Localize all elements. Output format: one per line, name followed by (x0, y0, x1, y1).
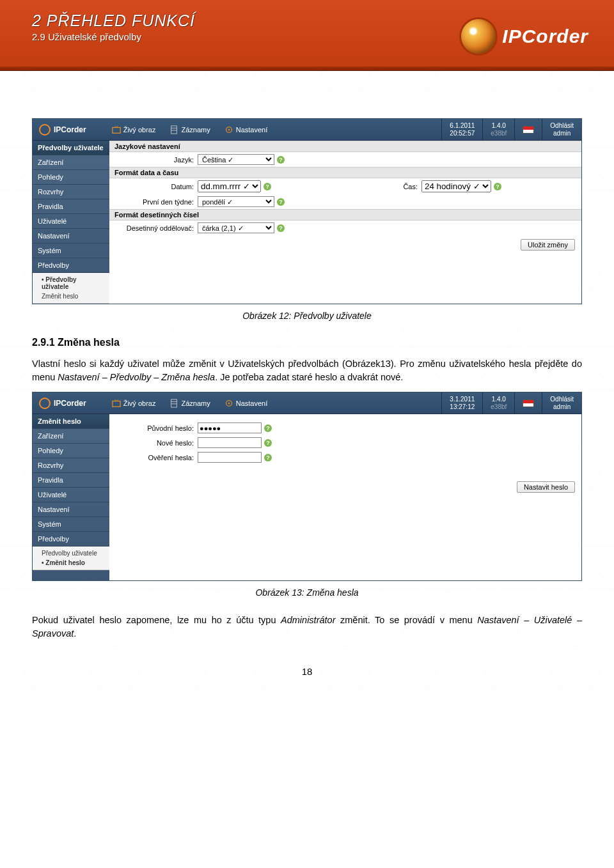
subtree-userprefs[interactable]: Předvolby uživatele (33, 548, 109, 558)
sidebar-subtree: Předvolby uživatele Změnit heslo (33, 273, 109, 304)
app-topbar: IPCorder Živý obraz Záznamy Nastavení (33, 392, 581, 414)
main-pane: Původní heslo: ? Nové heslo: ? Ověření h… (109, 414, 581, 580)
lang-flag-cell[interactable] (514, 119, 542, 140)
date-label: Datum: (114, 183, 198, 190)
help-icon[interactable]: ? (494, 183, 501, 190)
date-format-select[interactable]: dd.mm.rrrr ✓ (198, 180, 261, 192)
tab-settings[interactable]: Nastavení (224, 399, 268, 408)
help-icon[interactable]: ? (264, 183, 271, 190)
page-content: IPCorder Živý obraz Záznamy (0, 67, 614, 702)
sidebar: Změnit heslo Zařízení Pohledy Rozvrhy Pr… (33, 414, 109, 580)
sidebar-item-users[interactable]: Uživatelé (33, 488, 109, 502)
svg-rect-7 (171, 399, 177, 407)
sidebar-item-devices[interactable]: Zařízení (33, 155, 109, 170)
help-icon[interactable]: ? (277, 198, 285, 206)
sidebar: Předvolby uživatele Zařízení Pohledy Roz… (33, 141, 109, 304)
flag-icon (523, 126, 534, 134)
body-p1c: . Je potřeba zadat staré heslo a dvakrát… (215, 372, 403, 382)
tab-live-label: Živý obraz (123, 399, 156, 407)
caption-2: Obrázek 13: Změna hesla (32, 587, 582, 598)
set-password-button[interactable]: Nastavit heslo (517, 481, 575, 493)
lang-label: Jazyk: (114, 156, 198, 164)
version-value: 1.4.0 (491, 122, 507, 130)
subtree-changepw[interactable]: Změnit heslo (33, 558, 109, 568)
help-icon[interactable]: ? (277, 224, 285, 232)
logout-label: Odhlásit (550, 396, 574, 403)
sidebar-item-views[interactable]: Pohledy (33, 170, 109, 185)
tab-settings[interactable]: Nastavení (224, 125, 268, 134)
sidebar-item-schedules[interactable]: Rozvrhy (33, 185, 109, 199)
sep-label: Desetinný oddělovač: (114, 224, 198, 232)
sidebar-item-prefs[interactable]: Předvolby (33, 532, 109, 546)
body2-e: . (74, 628, 76, 639)
sidebar-item-views[interactable]: Pohledy (33, 444, 109, 458)
logout-user: admin (553, 130, 571, 137)
oldpw-label: Původní heslo: (114, 424, 198, 432)
tv-icon (112, 399, 121, 408)
sidebar-item-system[interactable]: Systém (33, 517, 109, 532)
section-datetime-title: Formát data a času (109, 167, 581, 178)
clock-cell: 6.1.2011 20:52:57 (441, 119, 482, 140)
tab-records-label: Záznamy (181, 126, 210, 134)
brand-logo-icon (461, 19, 496, 54)
app-name: IPCorder (54, 399, 86, 408)
oldpw-input[interactable] (198, 422, 262, 433)
newpw-input[interactable] (198, 437, 262, 448)
sidebar-item-users[interactable]: Uživatelé (33, 214, 109, 229)
save-button[interactable]: Uložit změny (521, 239, 575, 251)
app-logo: IPCorder (33, 124, 93, 136)
sidebar-item-system[interactable]: Systém (33, 244, 109, 258)
sidebar-item-settings[interactable]: Nastavení (33, 502, 109, 517)
help-icon[interactable]: ? (264, 424, 272, 432)
version-cell: 1.4.0 e38bf (482, 392, 514, 414)
app-topbar: IPCorder Živý obraz Záznamy (33, 119, 581, 141)
subtree-userprefs[interactable]: Předvolby uživatele (33, 275, 109, 291)
svg-rect-0 (113, 127, 120, 133)
svg-point-5 (228, 128, 230, 130)
tab-records[interactable]: Záznamy (169, 125, 210, 134)
help-icon[interactable]: ? (264, 439, 272, 447)
version-value: 1.4.0 (491, 396, 507, 403)
sidebar-item-schedules[interactable]: Rozvrhy (33, 458, 109, 473)
body2-c: změnit. To se provádí v menu (335, 615, 477, 625)
logout-cell[interactable]: Odhlásit admin (542, 119, 581, 140)
flag-icon (523, 399, 534, 407)
weekday-select[interactable]: pondělí ✓ (198, 196, 274, 207)
sidebar-item-rules[interactable]: Pravidla (33, 199, 109, 214)
gear-icon (224, 125, 233, 134)
tab-records[interactable]: Záznamy (169, 399, 210, 408)
time-format-select[interactable]: 24 hodinový ✓ (421, 180, 491, 192)
logout-label: Odhlásit (550, 122, 574, 129)
confirmpw-input[interactable] (198, 452, 262, 463)
sidebar-head: Změnit heslo (33, 414, 109, 429)
lang-select[interactable]: Čeština ✓ (198, 154, 274, 165)
app-name: IPCorder (54, 125, 86, 134)
tv-icon (112, 125, 121, 134)
tab-live[interactable]: Živý obraz (112, 399, 156, 408)
sep-select[interactable]: čárka (2,1) ✓ (198, 222, 274, 233)
help-icon[interactable]: ? (264, 454, 272, 461)
logout-cell[interactable]: Odhlásit admin (542, 392, 581, 414)
sidebar-item-prefs[interactable]: Předvolby (33, 258, 109, 273)
subsection-heading: 2.9.1 Změna hesla (32, 337, 582, 348)
subtree-changepw[interactable]: Změnit heslo (33, 291, 109, 301)
date-value: 3.1.2011 (450, 396, 475, 403)
time-value: 13:27:12 (450, 403, 475, 411)
sidebar-item-rules[interactable]: Pravidla (33, 473, 109, 488)
newpw-label: Nové heslo: (114, 439, 198, 447)
confirmpw-label: Ověření hesla: (114, 454, 198, 461)
lang-flag-cell[interactable] (514, 392, 542, 414)
sidebar-item-settings[interactable]: Nastavení (33, 229, 109, 244)
page-number: 18 (32, 666, 582, 677)
version-hash: e38bf (491, 403, 507, 411)
caption-1: Obrázek 12: Předvolby uživatele (32, 311, 582, 321)
tab-live[interactable]: Živý obraz (112, 125, 156, 134)
section-decimal-title: Formát desetinných čísel (109, 209, 581, 221)
sidebar-subtree: Předvolby uživatele Změnit heslo (33, 546, 109, 570)
help-icon[interactable]: ? (277, 156, 285, 164)
body-p1b: Nastavení – Předvolby – Změna hesla (58, 372, 215, 382)
tab-settings-label: Nastavení (236, 126, 268, 134)
sidebar-item-devices[interactable]: Zařízení (33, 429, 109, 444)
time-value: 20:52:57 (450, 130, 475, 137)
film-icon (169, 399, 178, 408)
